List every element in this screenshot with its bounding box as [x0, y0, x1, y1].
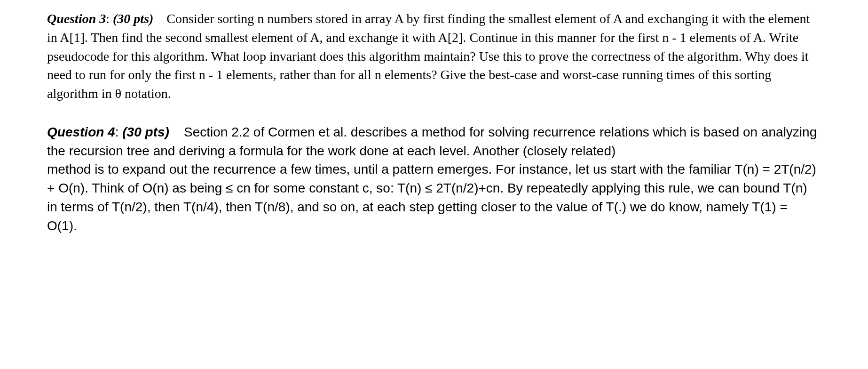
question-3-points: (30 pts)	[113, 11, 153, 26]
question-4-spacer	[169, 125, 184, 139]
question-3-colon: :	[106, 11, 113, 26]
question-3-block: Question 3: (30 pts) Consider sorting n …	[47, 9, 821, 103]
question-4-colon: :	[115, 125, 123, 139]
question-3-spacer	[153, 11, 166, 26]
question-4-body: Section 2.2 of Cormen et al. describes a…	[47, 125, 817, 233]
question-4-label: Question 4	[47, 125, 115, 139]
question-4-text: Question 4: (30 pts) Section 2.2 of Corm…	[47, 123, 821, 235]
question-3-text: Question 3: (30 pts) Consider sorting n …	[47, 9, 821, 103]
question-3-label: Question 3	[47, 11, 106, 26]
question-4-points: (30 pts)	[122, 125, 169, 139]
question-4-block: Question 4: (30 pts) Section 2.2 of Corm…	[47, 123, 821, 235]
